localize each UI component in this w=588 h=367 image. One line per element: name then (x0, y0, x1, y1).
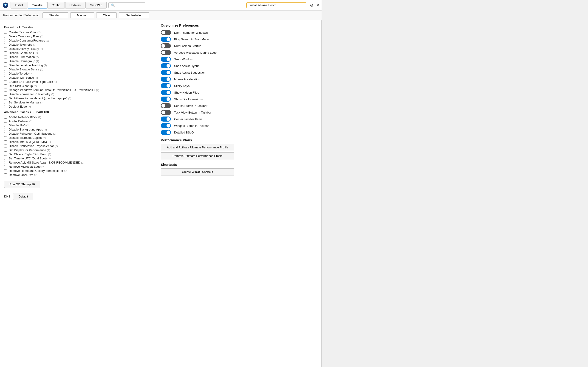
help-icon[interactable]: (?) (40, 68, 43, 71)
checkbox-wifi-sense[interactable] (4, 76, 7, 79)
checkbox-remove-store[interactable] (4, 161, 7, 164)
checkbox-intel-mm[interactable] (4, 140, 7, 143)
toggle-snap-window[interactable] (161, 57, 171, 62)
checkbox-activity-history[interactable] (4, 47, 7, 50)
checkbox-consumer-features[interactable] (4, 39, 7, 42)
help-icon[interactable]: (?) (37, 31, 40, 34)
help-icon[interactable]: (?) (29, 72, 32, 75)
tab-tweaks[interactable]: Tweaks (27, 2, 47, 8)
help-icon[interactable]: (?) (26, 124, 29, 127)
checkbox-storage-sense[interactable] (4, 68, 7, 71)
checkbox-remove-home[interactable] (4, 169, 7, 172)
checkbox-telemetry[interactable] (4, 43, 7, 46)
checkbox-location-tracking[interactable] (4, 64, 7, 67)
checkbox-fullscreen-opt[interactable] (4, 132, 7, 135)
help-icon[interactable]: (?) (35, 52, 38, 54)
checkbox-classic-menu[interactable] (4, 153, 7, 156)
checkbox-hibernation-default[interactable] (4, 97, 7, 100)
help-icon[interactable]: (?) (46, 39, 49, 42)
help-icon[interactable]: (?) (81, 161, 84, 164)
help-icon[interactable]: (?) (44, 64, 47, 67)
remove-performance-button[interactable]: Remove Ultimate Performance Profile (161, 152, 234, 159)
help-icon[interactable]: (?) (27, 105, 31, 108)
toggle-task-view[interactable] (161, 110, 171, 115)
dns-default-button[interactable]: Default (13, 193, 33, 200)
toggle-file-extensions[interactable] (161, 97, 171, 102)
help-icon[interactable]: (?) (68, 97, 71, 100)
help-icon[interactable]: (?) (33, 43, 36, 46)
help-icon[interactable]: (?) (53, 132, 56, 135)
toggle-snap-flyout[interactable] (161, 63, 171, 68)
help-icon[interactable]: (?) (48, 157, 51, 160)
minimal-button[interactable]: Minimal (70, 12, 94, 18)
toggle-mouse-accel[interactable] (161, 77, 171, 82)
checkbox-copilot[interactable] (4, 136, 7, 139)
checkbox-hibernation[interactable] (4, 56, 7, 58)
checkbox-bg-apps[interactable] (4, 128, 7, 131)
toggle-numlock[interactable] (161, 43, 171, 48)
toggle-bsod[interactable] (161, 130, 171, 135)
help-icon[interactable]: (?) (43, 136, 45, 139)
add-performance-button[interactable]: Add and Activate Ultimate Performance Pr… (161, 144, 234, 151)
help-icon[interactable]: (?) (40, 48, 43, 50)
help-icon[interactable]: (?) (40, 101, 43, 104)
help-icon[interactable]: (?) (36, 56, 39, 58)
clear-button[interactable]: Clear (96, 12, 117, 18)
toggle-hidden-files[interactable] (161, 90, 171, 95)
checkbox-end-task[interactable] (4, 80, 7, 83)
checkbox-notification-tray[interactable] (4, 144, 7, 148)
help-icon[interactable]: (?) (51, 93, 54, 96)
checkbox-disk-cleanup[interactable] (4, 84, 7, 87)
checkbox-display-perf[interactable] (4, 149, 7, 152)
help-icon[interactable]: (?) (48, 141, 51, 143)
close-button[interactable]: ✕ (316, 3, 319, 7)
help-icon[interactable]: (?) (41, 165, 44, 168)
help-icon[interactable]: (?) (34, 174, 37, 176)
checkbox-restore-point[interactable] (4, 31, 7, 34)
toggle-dark-theme[interactable] (161, 30, 171, 35)
checkbox-ps-default[interactable] (4, 89, 7, 92)
help-icon[interactable]: (?) (96, 89, 99, 92)
checkbox-services-manual[interactable] (4, 101, 7, 104)
checkbox-ipv6[interactable] (4, 124, 7, 127)
oo-shutup-button[interactable]: Run OO Shutup 10 (4, 181, 40, 188)
toggle-search-button[interactable] (161, 103, 171, 108)
toggle-snap-suggestion[interactable] (161, 70, 171, 75)
checkbox-utc-time[interactable] (4, 157, 7, 160)
help-icon[interactable]: (?) (47, 149, 50, 152)
checkbox-teredo[interactable] (4, 72, 7, 75)
checkbox-remove-edge[interactable] (4, 165, 7, 168)
help-icon[interactable]: (?) (55, 145, 58, 148)
tab-updates[interactable]: Updates (65, 2, 85, 8)
get-installed-button[interactable]: Get Installed (119, 12, 149, 18)
toggle-verbose[interactable] (161, 50, 171, 55)
help-icon[interactable]: (?) (34, 85, 36, 87)
help-icon[interactable]: (?) (48, 153, 51, 156)
help-icon[interactable]: (?) (36, 60, 39, 63)
help-icon[interactable]: (?) (35, 76, 38, 79)
gear-button[interactable]: ⚙ (310, 3, 313, 8)
help-icon[interactable]: (?) (38, 116, 41, 119)
toggle-center-taskbar[interactable] (161, 117, 171, 122)
toggle-sticky-keys[interactable] (161, 83, 171, 88)
checkbox-homegroup[interactable] (4, 60, 7, 63)
help-icon[interactable]: (?) (64, 169, 67, 172)
toggle-widgets[interactable] (161, 123, 171, 128)
checkbox-debloat-edge[interactable] (4, 105, 7, 108)
tab-config[interactable]: Config (47, 2, 65, 8)
checkbox-remove-onedrive[interactable] (4, 173, 7, 176)
standard-button[interactable]: Standard (43, 12, 68, 18)
checkbox-temp-files[interactable] (4, 35, 7, 38)
checkbox-adobe-debloat[interactable] (4, 120, 7, 123)
create-shortcut-button[interactable]: Create WinUtil Shortcut (161, 168, 234, 175)
tab-install[interactable]: Install (10, 2, 27, 8)
checkbox-ps7-telemetry[interactable] (4, 93, 7, 96)
tab-microwin[interactable]: MicroWin (86, 2, 107, 8)
toggle-bing-search[interactable] (161, 37, 171, 42)
checkbox-adobe-network[interactable] (4, 116, 7, 119)
install-field[interactable] (246, 2, 306, 8)
help-icon[interactable]: (?) (29, 120, 32, 123)
checkbox-gamedvr[interactable] (4, 51, 7, 54)
help-icon[interactable]: (?) (44, 128, 47, 131)
help-icon[interactable]: (?) (40, 35, 43, 38)
